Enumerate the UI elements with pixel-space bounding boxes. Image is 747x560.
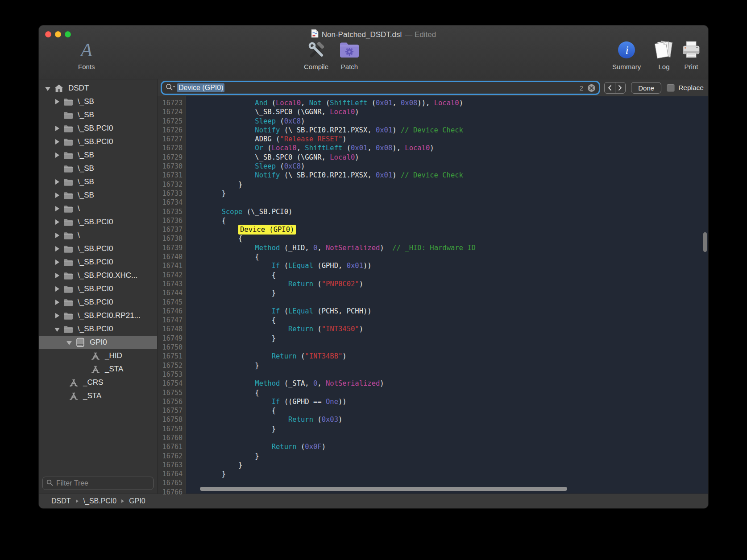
- replace-label: Replace: [678, 84, 704, 92]
- find-input[interactable]: Device (GPI0) 2: [162, 82, 599, 94]
- line-number: 16747: [158, 316, 183, 325]
- code-editor[interactable]: 1672316724167251672616727167281672916730…: [158, 96, 708, 494]
- patch-folder-icon: [339, 39, 360, 61]
- folder-icon: [63, 137, 73, 147]
- tree-item-sbpci0xhc[interactable]: \_SB.PCI0.XHC...: [39, 269, 157, 282]
- tree-item-sta[interactable]: _STA: [39, 389, 157, 403]
- disclosure-right-icon[interactable]: [54, 232, 61, 239]
- disclosure-right-icon[interactable]: [54, 125, 61, 132]
- code-line: }: [188, 361, 708, 370]
- disclosure-down-icon[interactable]: [66, 339, 73, 346]
- disclosure-right-icon[interactable]: [54, 98, 61, 105]
- no-disclosure: [81, 352, 88, 359]
- breadcrumb-item-sb-pci0[interactable]: \_SB.PCI0: [83, 497, 117, 505]
- folder-icon: [63, 204, 73, 214]
- tree-item-[interactable]: \: [39, 229, 157, 242]
- code-line: {: [188, 252, 708, 261]
- disclosure-right-icon[interactable]: [54, 205, 61, 212]
- clear-search-icon[interactable]: [588, 84, 595, 92]
- fonts-button[interactable]: A Fonts: [78, 39, 95, 70]
- code-line: Return ("INT3450"): [188, 325, 708, 334]
- tree-item-sbpci0[interactable]: \_SB.PCI0: [39, 322, 157, 336]
- disclosure-right-icon[interactable]: [54, 245, 61, 252]
- vertical-scrollbar[interactable]: [703, 232, 707, 252]
- previous-match-button[interactable]: [605, 82, 615, 93]
- disclosure-down-icon[interactable]: [44, 85, 51, 92]
- breadcrumb-item-dsdt[interactable]: DSDT: [51, 497, 71, 505]
- tree-item-sbpci0[interactable]: \_SB.PCI0: [39, 255, 157, 269]
- svg-text:i: i: [625, 44, 628, 57]
- tree-item-sbpci0rp21[interactable]: \_SB.PCI0.RP21...: [39, 309, 157, 322]
- log-label: Log: [658, 63, 669, 70]
- line-number: 16759: [158, 424, 183, 433]
- disclosure-right-icon[interactable]: [54, 285, 61, 292]
- patch-button[interactable]: Patch: [339, 39, 360, 70]
- tree-item-sb[interactable]: \_SB: [39, 95, 157, 108]
- tree-item-crs[interactable]: _CRS: [39, 376, 157, 389]
- disclosure-right-icon[interactable]: [54, 218, 61, 226]
- line-number: 16739: [158, 243, 183, 252]
- editor-pane: Device (GPI0) 2: [158, 79, 708, 494]
- line-number: 16728: [158, 144, 183, 152]
- line-number: 16732: [158, 180, 183, 189]
- tree-item-sbpci0[interactable]: \_SB.PCI0: [39, 296, 157, 309]
- folder-icon: [63, 217, 73, 227]
- disclosure-right-icon[interactable]: [54, 138, 61, 145]
- tree-item-sb[interactable]: \_SB: [39, 189, 157, 202]
- code-line: [188, 298, 708, 307]
- tree-item-dsdt[interactable]: DSDT: [39, 82, 157, 95]
- compile-button[interactable]: Compile: [304, 39, 328, 70]
- print-button[interactable]: Print: [681, 39, 701, 70]
- tree-item-sbpci0[interactable]: \_SB.PCI0: [39, 215, 157, 229]
- log-button[interactable]: Log: [654, 39, 674, 70]
- next-match-button[interactable]: [615, 82, 626, 93]
- tree-item-[interactable]: \: [39, 202, 157, 215]
- tree-item-sta[interactable]: _STA: [39, 362, 157, 376]
- window-title-edited: — Edited: [405, 30, 436, 39]
- tree-item-sb[interactable]: \_SB: [39, 148, 157, 162]
- line-number: 16756: [158, 397, 183, 406]
- done-button[interactable]: Done: [631, 82, 661, 94]
- breadcrumb-item-gpi0[interactable]: GPI0: [129, 497, 145, 505]
- horizontal-scrollbar[interactable]: [200, 487, 567, 491]
- find-bar: Device (GPI0) 2: [158, 79, 708, 96]
- tree-item-sbpci0[interactable]: \_SB.PCI0: [39, 122, 157, 135]
- tree-item-hid[interactable]: _HID: [39, 349, 157, 362]
- tree-item-sb[interactable]: \_SB: [39, 162, 157, 175]
- code-line: }: [188, 288, 708, 297]
- find-query-text: Device (GPI0): [177, 83, 224, 92]
- disclosure-right-icon[interactable]: [54, 272, 61, 279]
- disclosure-down-icon[interactable]: [54, 325, 61, 333]
- filter-tree-input[interactable]: Filter Tree: [42, 477, 154, 490]
- line-number: 16763: [158, 461, 183, 469]
- disclosure-right-icon[interactable]: [54, 299, 61, 306]
- code-line: If (LEqual (GPHD, 0x01)): [188, 261, 708, 270]
- tree-item-sb[interactable]: \_SB: [39, 108, 157, 122]
- tree-item-gpi0[interactable]: GPI0: [39, 336, 157, 349]
- code-line: Method (_STA, 0, NotSerialized): [188, 379, 708, 388]
- disclosure-right-icon[interactable]: [54, 312, 61, 319]
- no-disclosure: [59, 392, 66, 399]
- app-window: Non-Patched_DSDT.dsl — Edited A Fonts Co…: [39, 25, 708, 508]
- tree-item-sb[interactable]: \_SB: [39, 175, 157, 189]
- code-line: Or (Local0, ShiftLeft (0x01, 0x08), Loca…: [188, 144, 708, 152]
- code-line: And (Local0, Not (ShiftLeft (0x01, 0x08)…: [188, 99, 708, 107]
- tree-item-label: \_SB: [78, 151, 94, 160]
- tree-item-sbpci0[interactable]: \_SB.PCI0: [39, 282, 157, 296]
- summary-button[interactable]: i Summary: [612, 39, 641, 70]
- disclosure-right-icon[interactable]: [54, 192, 61, 199]
- tree-item-sbpci0[interactable]: \_SB.PCI0: [39, 242, 157, 255]
- disclosure-right-icon[interactable]: [54, 178, 61, 185]
- line-number: 16760: [158, 433, 183, 442]
- tree-item-sbpci0[interactable]: \_SB.PCI0: [39, 135, 157, 148]
- line-number: 16735: [158, 207, 183, 216]
- disclosure-right-icon[interactable]: [54, 259, 61, 266]
- replace-checkbox[interactable]: [667, 84, 675, 92]
- folder-icon: [63, 284, 73, 294]
- tree-item-label: \_SB.PCI0: [78, 325, 113, 334]
- code-line: ADBG ("Release RESET"): [188, 135, 708, 144]
- disclosure-right-icon[interactable]: [54, 152, 61, 159]
- tree-item-label: \_SB: [78, 111, 94, 119]
- device-icon: [75, 338, 85, 347]
- code-text[interactable]: And (Local0, Not (ShiftLeft (0x01, 0x08)…: [186, 96, 708, 494]
